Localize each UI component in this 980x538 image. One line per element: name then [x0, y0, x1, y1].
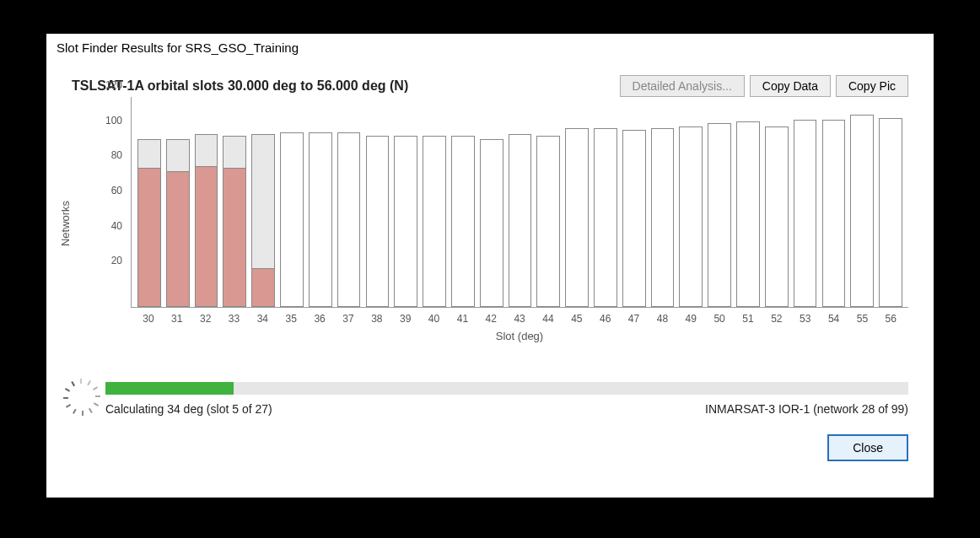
x-tick: 49 — [676, 309, 705, 325]
bars-container — [132, 97, 908, 307]
bar-slot — [449, 97, 477, 307]
detailed-analysis-button: Detailed Analysis... — [620, 75, 745, 97]
bar-total — [195, 134, 218, 307]
plot-area — [131, 97, 908, 308]
bar-total — [679, 126, 703, 307]
status-row: Calculating 34 deg (slot 5 of 27) INMARS… — [72, 402, 908, 416]
bar-total — [251, 134, 275, 307]
bar-slot — [306, 97, 335, 307]
bar-total — [394, 136, 417, 307]
bar-slot — [734, 97, 762, 307]
bar-total — [594, 128, 617, 307]
x-axis-label: Slot (deg) — [131, 330, 908, 342]
bar-total — [822, 120, 846, 307]
bar-total — [879, 118, 902, 307]
bar-total — [223, 136, 246, 307]
chart-header-row: TSLSAT-1A orbital slots 30.000 deg to 56… — [72, 75, 908, 97]
progress-fill — [105, 382, 234, 395]
bar-slot — [876, 97, 905, 307]
close-button[interactable]: Close — [827, 434, 908, 461]
progress-row — [72, 379, 908, 397]
x-axis-ticks: 3031323334353637383940414243444546474849… — [131, 309, 908, 325]
x-tick: 46 — [591, 309, 620, 325]
x-tick: 32 — [191, 309, 220, 325]
bar-total — [765, 126, 789, 307]
bar-slot — [391, 97, 420, 307]
bar-slot — [277, 97, 306, 307]
bar-total — [451, 136, 475, 307]
bar-slot — [192, 97, 221, 307]
dialog-window: Slot Finder Results for SRS_GSO_Training… — [46, 34, 934, 498]
bar-slot — [676, 97, 705, 307]
x-tick: 30 — [134, 309, 163, 325]
bar-slot — [649, 97, 677, 307]
bar-total — [850, 115, 874, 307]
content-area: TSLSAT-1A orbital slots 30.000 deg to 56… — [46, 75, 934, 461]
status-left: Calculating 34 deg (slot 5 of 27) — [105, 402, 272, 416]
x-tick: 44 — [534, 309, 563, 325]
bar-calculated — [252, 268, 274, 306]
chart: Networks 20406080100120 3031323334353637… — [72, 97, 908, 350]
bar-slot — [477, 97, 506, 307]
bar-total — [366, 136, 390, 307]
x-tick: 48 — [648, 309, 676, 325]
dialog-footer: Close — [72, 434, 908, 461]
bar-slot — [420, 97, 449, 307]
bar-total — [794, 120, 817, 307]
x-tick: 50 — [705, 309, 734, 325]
chart-toolbar: Detailed Analysis... Copy Data Copy Pic — [620, 75, 908, 97]
x-tick: 47 — [620, 309, 649, 325]
x-tick: 37 — [334, 309, 363, 325]
x-tick: 41 — [448, 309, 477, 325]
x-tick: 42 — [477, 309, 505, 325]
bar-slot — [135, 97, 164, 307]
y-axis-label: Networks — [59, 201, 72, 246]
x-tick: 53 — [791, 309, 820, 325]
x-tick: 34 — [248, 309, 277, 325]
bar-calculated — [196, 166, 218, 306]
copy-pic-button[interactable]: Copy Pic — [836, 75, 908, 97]
bar-slot — [506, 97, 535, 307]
y-tick: 80 — [111, 149, 122, 161]
spinner-icon — [72, 379, 90, 397]
bar-total — [651, 128, 675, 307]
bar-slot — [534, 97, 563, 307]
bar-total — [509, 134, 532, 307]
x-tick: 54 — [820, 309, 848, 325]
bar-total — [280, 132, 304, 308]
x-tick: 39 — [391, 309, 420, 325]
bar-slot — [220, 97, 249, 307]
x-tick: 52 — [762, 309, 791, 325]
x-tick: 38 — [363, 309, 391, 325]
bar-calculated — [138, 168, 160, 306]
x-tick: 31 — [163, 309, 191, 325]
bar-slot — [563, 97, 591, 307]
bar-slot — [620, 97, 649, 307]
bar-total — [423, 136, 446, 307]
x-tick: 40 — [420, 309, 449, 325]
bar-slot — [363, 97, 392, 307]
bar-slot — [848, 97, 876, 307]
x-tick: 36 — [305, 309, 334, 325]
bar-total — [708, 123, 731, 307]
bar-total — [309, 132, 332, 308]
bar-calculated — [167, 171, 189, 306]
bar-slot — [705, 97, 734, 307]
x-tick: 45 — [563, 309, 591, 325]
y-tick: 40 — [111, 220, 122, 232]
y-tick: 60 — [111, 185, 122, 196]
bar-total — [166, 139, 190, 307]
bar-calculated — [223, 168, 245, 306]
bar-total — [736, 121, 760, 307]
y-tick: 100 — [105, 115, 122, 126]
copy-data-button[interactable]: Copy Data — [750, 75, 831, 97]
bar-total — [480, 139, 503, 307]
x-tick: 33 — [220, 309, 249, 325]
bar-total — [565, 128, 589, 307]
bar-total — [137, 139, 161, 307]
bar-slot — [249, 97, 277, 307]
status-right: INMARSAT-3 IOR-1 (network 28 of 99) — [705, 402, 908, 416]
x-tick: 55 — [848, 309, 876, 325]
bar-total — [337, 132, 361, 308]
y-axis: 20406080100120 — [89, 97, 129, 308]
